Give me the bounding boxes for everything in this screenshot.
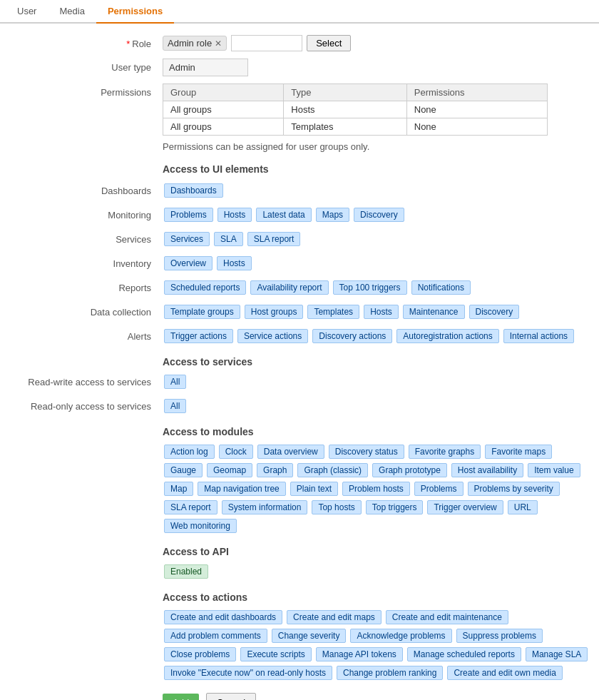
module-tag: Discovery status	[329, 445, 404, 459]
ui-row-value: Trigger actionsService actionsDiscovery …	[163, 328, 593, 345]
ui-row-value: Dashboards	[163, 182, 593, 199]
ui-tag: Maps	[316, 208, 349, 222]
table-row: All groupsTemplatesNone	[163, 118, 548, 136]
ui-row-value: ProblemsHostsLatest dataMapsDiscovery	[163, 206, 593, 223]
module-tag: Top triggers	[366, 500, 424, 514]
role-select-button[interactable]: Select	[307, 35, 351, 51]
module-tag: Problems by severity	[468, 482, 560, 496]
tab-media[interactable]: Media	[48, 0, 96, 24]
ui-row: ReportsScheduled reportsAvailability rep…	[6, 279, 593, 296]
read-only-label: Read-only access to services	[6, 397, 163, 412]
ui-tag: Notifications	[411, 280, 471, 295]
permissions-label: Permissions	[6, 83, 163, 98]
ui-tag: Hosts	[217, 256, 252, 270]
action-tag: Create and edit dashboards	[164, 610, 282, 624]
ui-tag: Top 100 triggers	[333, 280, 407, 295]
role-remove-icon[interactable]: ✕	[215, 39, 222, 49]
ui-tag: Hosts	[364, 305, 399, 319]
ui-row: AlertsTrigger actionsService actionsDisc…	[6, 328, 593, 345]
ui-row: Data collectionTemplate groupsHost group…	[6, 303, 593, 320]
ui-tag: Discovery	[354, 208, 404, 222]
ui-tag: Services	[164, 232, 210, 246]
permissions-col-group: Group	[163, 84, 284, 101]
action-tag: Close problems	[164, 647, 236, 661]
ui-tag: Host groups	[245, 305, 304, 319]
module-tag: Plain text	[290, 482, 338, 496]
ui-row-label: Reports	[6, 279, 163, 293]
module-tag: Geomap	[207, 463, 252, 477]
user-type-value: Admin	[163, 59, 248, 76]
table-row: All groupsHostsNone	[163, 101, 548, 118]
action-tag: Invoke "Execute now" on read-only hosts	[164, 666, 332, 680]
ui-tag: Trigger actions	[164, 329, 233, 343]
ui-tag: SLA report	[247, 232, 301, 246]
ui-row-label: Monitoring	[6, 206, 163, 220]
read-write-label: Read-write access to services	[6, 373, 163, 387]
ui-tag: Dashboards	[164, 183, 223, 198]
role-tag: Admin role ✕	[163, 36, 227, 51]
module-tag: Host availability	[451, 463, 523, 477]
action-tag: Manage SLA	[526, 647, 588, 661]
ui-tag: Template groups	[164, 305, 240, 319]
ui-row-value: Scheduled reportsAvailability reportTop …	[163, 279, 593, 296]
ui-tag: Latest data	[256, 208, 311, 222]
modules-spacer	[6, 443, 163, 447]
module-tag: Trigger overview	[427, 500, 503, 514]
module-tag: Graph prototype	[372, 463, 447, 477]
permissions-info: Permissions can be assigned for user gro…	[163, 141, 593, 152]
ui-row-value: Template groupsHost groupsTemplatesHosts…	[163, 303, 593, 320]
tab-permissions[interactable]: Permissions	[96, 0, 174, 24]
ui-tag: Maintenance	[403, 305, 465, 319]
ui-tag: Hosts	[217, 208, 252, 222]
module-tag: Favorite maps	[485, 445, 552, 459]
add-button[interactable]: Add	[163, 694, 199, 700]
read-only-value: All	[164, 399, 186, 413]
action-tag: Change severity	[272, 629, 347, 643]
ui-tag: Availability report	[250, 280, 328, 295]
cancel-button[interactable]: Cancel	[206, 693, 256, 700]
module-tag: Action log	[164, 445, 215, 459]
actions-section-title: Access to actions	[163, 592, 593, 603]
action-tag: Execute scripts	[240, 647, 311, 661]
action-tag: Create and edit maintenance	[386, 610, 508, 624]
ui-tag: Service actions	[237, 329, 308, 343]
module-tag: Gauge	[164, 463, 203, 477]
module-tag: Problems	[414, 482, 464, 496]
ui-tag: SLA	[214, 232, 243, 246]
ui-row: ServicesServicesSLASLA report	[6, 230, 593, 248]
ui-tag: Discovery	[469, 305, 520, 319]
user-type-label: User type	[6, 59, 163, 73]
ui-tag: Scheduled reports	[164, 280, 246, 295]
api-section-title: Access to API	[163, 546, 593, 557]
tabs-bar: User Media Permissions	[0, 0, 599, 24]
ui-tag: Templates	[307, 305, 359, 319]
ui-row: MonitoringProblemsHostsLatest dataMapsDi…	[6, 206, 593, 223]
role-search-input[interactable]	[231, 35, 302, 51]
ui-row-label: Inventory	[6, 255, 163, 269]
ui-tag: Overview	[164, 256, 213, 270]
ui-row-label: Dashboards	[6, 182, 163, 196]
permissions-col-permissions: Permissions	[406, 84, 547, 101]
module-tag: Item value	[528, 463, 580, 477]
ui-tag: Discovery actions	[312, 329, 392, 343]
module-tag: Graph (classic)	[297, 463, 368, 477]
ui-row-label: Alerts	[6, 328, 163, 342]
module-tag: Web monitoring	[164, 519, 237, 533]
module-tag: URL	[508, 500, 538, 514]
action-tag: Change problem ranking	[337, 666, 443, 680]
actions-tags: Create and edit dashboardsCreate and edi…	[163, 609, 593, 681]
api-spacer	[6, 563, 163, 567]
ui-row-label: Services	[6, 230, 163, 245]
action-tag: Manage API tokens	[316, 647, 403, 661]
permissions-col-type: Type	[284, 84, 406, 101]
module-tag: Map	[164, 482, 193, 496]
module-tag: SLA report	[164, 500, 217, 514]
module-tag: Data overview	[257, 445, 324, 459]
ui-row: DashboardsDashboards	[6, 182, 593, 199]
module-tag: Favorite graphs	[409, 445, 481, 459]
tab-user[interactable]: User	[6, 0, 48, 24]
ui-row-value: OverviewHosts	[163, 255, 593, 272]
ui-section-title: Access to UI elements	[163, 163, 593, 175]
permissions-table: Group Type Permissions All groupsHostsNo…	[163, 83, 548, 136]
action-tag: Create and edit own media	[447, 666, 562, 680]
